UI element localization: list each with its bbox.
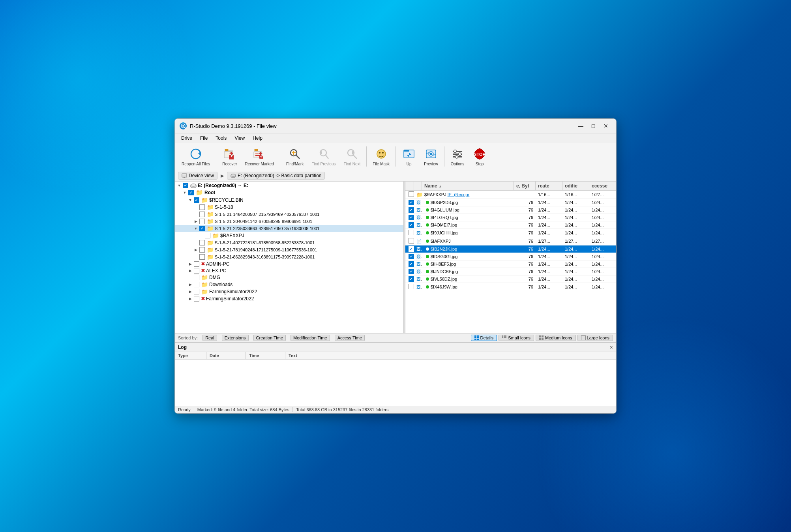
col-header-accessed[interactable]: ccesse <box>589 182 616 190</box>
tree-toggle-s5[interactable]: ▶ <box>193 247 199 253</box>
file-cb-i9jjghh[interactable] <box>405 229 414 237</box>
tree-toggle-s2[interactable]: ▶ <box>193 219 199 224</box>
preview-button[interactable]: Preview <box>420 145 442 168</box>
sort-tag-extensions[interactable]: Extensions <box>222 335 249 341</box>
col-header-name[interactable]: Name ▲ <box>422 182 514 190</box>
col-header-created[interactable]: reate <box>536 182 562 190</box>
sort-tag-real[interactable]: Real <box>202 335 217 341</box>
tree-toggle-s118[interactable]: ▶ <box>193 204 199 210</box>
file-cb-i0gp2d3[interactable]: ✔ <box>405 199 414 206</box>
file-row-ib2n2jk[interactable]: ✔ 🖼 $IB2N2JK.jpg 76 1/24... 1/24... 1/24… <box>405 245 616 253</box>
file-mask-button[interactable]: File Mask <box>369 145 393 168</box>
tree-toggle-dmg[interactable]: ▶ <box>187 275 193 280</box>
tree-cb-s5[interactable] <box>199 247 205 253</box>
file-row-iih8ef5[interactable]: ✔ 🖼 $IIH8EF5.jpg 76 1/24... 1/24... 1/24… <box>405 260 616 268</box>
tree-alexpc[interactable]: ▶ ✖ ALEX-PC <box>175 267 403 274</box>
file-checkbox-ivl56dz[interactable]: ✔ <box>409 276 414 282</box>
tree-s4[interactable]: ▶ 📁 S-1-5-21-4027228181-678590958-952253… <box>175 239 403 246</box>
view-large-icons-button[interactable]: Large Icons <box>577 335 613 341</box>
stop-button[interactable]: STOP Stop <box>469 145 490 168</box>
tree-cb-downloads[interactable] <box>194 282 199 287</box>
file-row-rafxxpj[interactable]: 📁 $RAFXXPJ IE: (Recogr 1/16... 1/16... 1… <box>405 191 616 199</box>
find-mark-button[interactable]: Find/Mark <box>283 145 307 168</box>
tree-toggle-recycle[interactable]: ▼ <box>187 197 193 203</box>
col-header-modified[interactable]: odifie <box>562 182 589 190</box>
file-row-i4omei7[interactable]: ✔ 🖼 $I4OMEI7.jpg 76 1/24... 1/24... 1/24… <box>405 221 616 229</box>
close-button[interactable]: ✕ <box>600 122 611 130</box>
path-tab[interactable]: E: (Recognized0) -> Basic data partition <box>227 172 325 180</box>
tree-toggle-s1[interactable]: ▶ <box>193 212 199 217</box>
tree-farmsim2[interactable]: ▶ ✖ FarmingSimulator2022 <box>175 295 403 302</box>
tree-cb-dmg[interactable] <box>194 275 199 280</box>
tree-recycle[interactable]: ▼ ✔ 📁 $RECYCLE.BIN <box>175 197 403 204</box>
tree-root-folder[interactable]: ▼ ✔ 📁 Root <box>175 189 403 197</box>
file-cb-iih8ef5[interactable]: ✔ <box>405 260 414 268</box>
tree-toggle-farmsim2[interactable]: ▶ <box>187 296 193 302</box>
menu-help[interactable]: Help <box>249 134 266 142</box>
find-previous-button[interactable]: Find Previous <box>308 145 339 168</box>
up-button[interactable]: Up <box>398 145 420 168</box>
find-next-button[interactable]: Find Next <box>340 145 364 168</box>
file-cb-ijndcbf[interactable]: ✔ <box>405 268 414 275</box>
tree-cb-s118[interactable] <box>199 204 205 210</box>
tree-toggle-alexpc[interactable]: ▶ <box>187 268 193 273</box>
file-row-iafxxpj[interactable]: 📄 $IAFXXPJ 76 1/27... 1/27... 1/27... <box>405 237 616 245</box>
tree-rafxxpj-sub[interactable]: ▶ 📁 $RAFXXPJ <box>175 232 403 239</box>
file-row-i4gluum[interactable]: ✔ 🖼 $I4GLUUM.jpg 76 1/24... 1/24... 1/24… <box>405 206 616 214</box>
file-cb-iafxxpj[interactable] <box>405 237 414 245</box>
view-small-icons-button[interactable]: Small Icons <box>499 335 534 341</box>
tree-cb-farmsim1[interactable] <box>194 289 199 294</box>
file-checkbox-i0gp2d3[interactable]: ✔ <box>409 200 414 205</box>
tree-toggle-root[interactable]: ▼ <box>182 190 187 195</box>
tree-farmsim1[interactable]: ▶ 📁 FarmingSimulator2022 <box>175 288 403 295</box>
minimize-button[interactable]: — <box>575 122 586 130</box>
col-header-size[interactable]: e, Byt <box>514 182 536 190</box>
file-checkbox-ib2n2jk[interactable]: ✔ <box>409 246 414 252</box>
tree-cb-root-device[interactable]: ✔ <box>183 183 188 188</box>
tree-downloads[interactable]: ▶ 📁 Downloads <box>175 281 403 288</box>
file-cb-idsg0gi[interactable]: ✔ <box>405 253 414 260</box>
tree-adminpc[interactable]: ▶ ✖ ADMIN-PC <box>175 260 403 267</box>
file-cb-ib2n2jk[interactable]: ✔ <box>405 245 414 253</box>
file-row-idsg0gi[interactable]: ✔ 🖼 $IDSG0GI.jpg 76 1/24... 1/24... 1/24… <box>405 253 616 260</box>
log-close-button[interactable]: × <box>610 344 613 350</box>
tree-toggle-downloads[interactable]: ▶ <box>187 282 193 287</box>
tree-s6[interactable]: ▶ 📁 S-1-5-21-862829843-3163891175-390972… <box>175 253 403 260</box>
tree-s1[interactable]: ▶ 📁 S-1-5-21-1464200507-2157939469-40235… <box>175 211 403 218</box>
tree-s5[interactable]: ▶ 📁 S-1-5-21-781940248-1711275009-110677… <box>175 246 403 253</box>
file-cb-i4omei7[interactable]: ✔ <box>405 221 414 229</box>
view-details-button[interactable]: Details <box>471 335 497 341</box>
tree-cb-s1[interactable] <box>199 212 205 217</box>
menu-drive[interactable]: Drive <box>178 134 195 142</box>
device-view-tab[interactable]: Device view <box>178 172 217 180</box>
reopen-all-files-button[interactable]: Reopen All Files <box>178 145 214 168</box>
menu-view[interactable]: View <box>231 134 248 142</box>
tree-s118[interactable]: ▶ 📁 S-1-5-18 <box>175 204 403 211</box>
sort-tag-modification-time[interactable]: Modification Time <box>291 335 330 341</box>
file-cb-ix46j9w[interactable] <box>405 283 414 291</box>
file-link-rafxxpj[interactable]: IE: (Recogr <box>448 192 470 197</box>
tree-cb-rafxxpj-sub[interactable] <box>205 233 210 238</box>
menu-tools[interactable]: Tools <box>212 134 230 142</box>
tree-cb-alexpc[interactable] <box>194 268 199 273</box>
file-cb-ivl56dz[interactable]: ✔ <box>405 275 414 283</box>
tree-cb-farmsim2[interactable] <box>194 296 199 302</box>
file-cb-i4gluum[interactable]: ✔ <box>405 206 414 214</box>
sort-tag-access-time[interactable]: Access Time <box>335 335 365 341</box>
file-row-ix46j9w[interactable]: 🖼 $IX46J9W.jpg 76 1/24... 1/24... 1/24..… <box>405 283 616 291</box>
tree-toggle-rafxxpj-sub[interactable]: ▶ <box>199 233 204 238</box>
options-button[interactable]: Options <box>447 145 468 168</box>
file-checkbox-i9jjghh[interactable] <box>409 230 414 235</box>
tree-s3[interactable]: ▼ ✔ 📁 S-1-5-21-2235033663-4289517050-357… <box>175 225 403 232</box>
file-row-ivl56dz[interactable]: ✔ 🖼 $IVL56DZ.jpg 76 1/24... 1/24... 1/24… <box>405 275 616 283</box>
sort-tag-creation-time[interactable]: Creation Time <box>253 335 286 341</box>
file-checkbox-iih8ef5[interactable]: ✔ <box>409 261 414 267</box>
file-checkbox-i4lgrqt[interactable]: ✔ <box>409 215 414 220</box>
file-checkbox-ix46j9w[interactable] <box>409 284 414 289</box>
tree-s2[interactable]: ▶ 📁 S-1-5-21-2040491142-670058295-898069… <box>175 218 403 225</box>
tree-toggle-s6[interactable]: ▶ <box>193 254 199 260</box>
tree-toggle-adminpc[interactable]: ▶ <box>187 261 193 267</box>
recover-button[interactable]: Recover <box>219 145 240 168</box>
file-checkbox-iafxxpj[interactable] <box>409 238 414 244</box>
tree-cb-adminpc[interactable] <box>194 261 199 267</box>
